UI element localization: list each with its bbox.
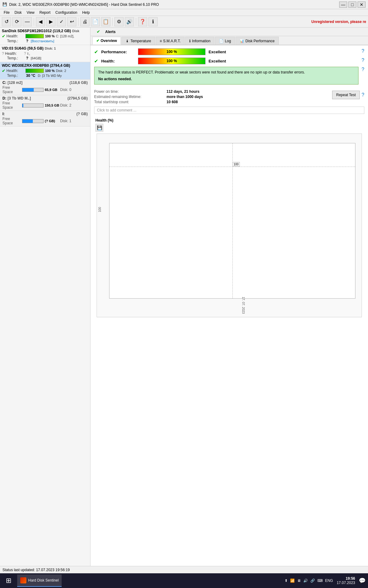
drive-i-disk-num: Disk: 1 [60,119,71,123]
power-info-labels: Power on time: 112 days, 21 hours Estima… [94,89,203,104]
disk-header-sandisk: SanDisk SD6SP1M128G1012 (119,2 GB) Disk [2,29,88,33]
tab-diskperf-label: Disk Performance [245,39,274,43]
disk-item-vid03[interactable]: VID:03 SU64G (59,5 GB) Disk: 1 ? Health:… [0,45,90,62]
close-button[interactable]: ✕ [358,2,366,8]
alerts-check-icon: ✔ [94,28,103,36]
wdc-drive-info: Disk: 2 [56,69,66,73]
performance-help-icon[interactable]: ? [362,48,364,54]
toolbar-refresh-btn[interactable]: ↺ [2,17,11,26]
drive-c-section: C: [128 m2] (118,6 GB) Free Space 65,9 G… [0,80,90,95]
left-panel: SanDisk SD6SP1M128G1012 (119,2 GB) Disk … [0,28,90,566]
menu-disk[interactable]: Disk [12,10,24,15]
vid03-health-value: ? [24,51,26,56]
taskbar-app-icon [20,577,26,583]
repeat-test-button[interactable]: Repeat Test [332,91,360,99]
drive-d-free-label: Free Space [2,101,21,110]
drive-i-free-fill [22,119,33,123]
power-on-time-row: Power on time: 112 days, 21 hours [94,89,203,94]
menu-file[interactable]: File [1,10,12,15]
repeat-help-icon[interactable]: ? [362,92,364,98]
toolbar-check-btn[interactable]: ✓ [57,17,66,26]
taskbar-app-label: Hard Disk Sentinel [28,578,59,582]
menu-report[interactable]: Report [37,10,53,15]
toolbar-back-btn[interactable]: ↩ [67,17,76,26]
comment-box[interactable]: Click to add comment ... [94,107,364,114]
toolbar-info-btn[interactable]: ℹ [148,17,158,26]
systray: ⬆ 📶 🖥 🔊 🔗 ⌨ ENG [285,579,333,583]
tab-temperature[interactable]: 🌡 Temperature [121,37,155,45]
tab-information-label: Information [192,39,210,43]
toolbar-sound-btn[interactable]: 🔊 [125,17,134,26]
tab-overview-icon: ✔ [96,39,99,43]
drive-d-letter: D: [2,96,6,100]
menu-view[interactable]: View [24,10,37,15]
toolbar-minimize-btn[interactable]: — [23,17,32,26]
toolbar-reload-btn[interactable]: ⟳ [12,17,21,26]
tab-smart-icon: ≡ [160,39,162,43]
wdc-check-icon: ✔ [2,68,6,73]
status-help-icon[interactable]: ? [362,67,364,72]
drive-i-section: I: (? GB) Free Space (? GB) Disk: 1 [0,111,90,126]
toolbar-doc-btn[interactable]: 📄 [91,17,100,26]
disk-item-sandisk[interactable]: SanDisk SD6SP1M128G1012 (119,2 GB) Disk … [0,28,90,45]
health-metric: ✔ Health: 100 % Excellent [94,58,358,64]
drive-c-header: C: [128 m2] (118,6 GB) [2,81,88,85]
systray-icon-sound: 🔊 [303,579,308,583]
tab-log[interactable]: 📄 Log [215,37,235,45]
toolbar-next-btn[interactable]: ▶ [46,17,56,26]
tab-overview[interactable]: ✔ Overview [92,37,121,45]
windows-icon: ⊞ [6,577,11,585]
minimize-button[interactable]: — [339,2,347,8]
tab-diskperf[interactable]: 📊 Disk Performance [236,37,278,45]
toolbar-settings-btn[interactable]: ⚙ [114,17,124,26]
tab-smart[interactable]: ≡ S.M.A.R.T. [156,37,185,45]
power-info-row: Power on time: 112 days, 21 hours Estima… [94,89,364,104]
notification-icon[interactable]: 💬 [359,577,366,584]
menu-configuration[interactable]: Configuration [53,10,80,15]
health-help-icon[interactable]: ? [362,58,364,63]
taskbar: ⊞ Hard Disk Sentinel ⬆ 📶 🖥 🔊 🔗 ⌨ ENG 19:… [0,573,368,588]
chart-save-button[interactable]: 💾 [95,124,103,132]
tab-smart-label: S.M.A.R.T. [163,39,181,43]
tabs-bar: ✔ Overview 🌡 Temperature ≡ S.M.A.R.T. ℹ … [90,36,368,45]
vid03-name: VID:03 SU64G (59,5 GB) [2,46,44,51]
wdc-temp-value: 30 °C [26,74,35,78]
drive-d-total: (2794,5 GB) [67,96,88,100]
chart-title-text: Health (%) [94,118,115,123]
wdc-health-bar [25,69,44,73]
performance-row: ✔ Performance: 100 % Excellent ? [94,48,364,55]
sandisk-name: SanDisk SD6SP1M128G1012 (119,2 GB) [2,29,71,33]
start-button[interactable]: ⊞ [2,575,15,587]
wdc-health-percent: 100 % [45,69,55,73]
toolbar-prev-btn[interactable]: ◀ [36,17,45,26]
toolbar-clipboard-btn[interactable]: 📋 [101,17,110,26]
tab-information[interactable]: ℹ Information [185,37,214,45]
sandisk-check-icon: ✔ [2,34,6,39]
vid03-health-label: Health: [5,51,23,56]
sandisk-drive-info: C: [128 m2], [56,34,74,38]
tab-information-icon: ℹ [189,39,191,43]
sandisk-health-bar [25,34,44,38]
main-content: SanDisk SD6SP1M128G1012 (119,2 GB) Disk … [0,28,368,566]
title-controls: — □ ✕ [339,2,366,8]
drive-d-free-fill [22,104,23,107]
menu-help[interactable]: Help [80,10,92,15]
chart-area: 100 100 17. 07. 2023 [97,134,362,317]
title-bar: 💾 Disk: 2, WDC WD30EZRX-00D8PB0 [WD-WMC4… [0,0,368,9]
chart-inner: 100 [109,143,355,299]
status-message-box: The hard disk status is PERFECT. Problem… [94,67,358,85]
taskbar-app-hds[interactable]: Hard Disk Sentinel [17,575,62,587]
wdc-temp-right: D: [3 Tb WD My [38,74,62,77]
comment-placeholder: Click to add comment ... [97,108,136,112]
drive-d-header: D: [3 Tb WD M..] (2794,5 GB) [2,96,88,100]
disk-item-wdc[interactable]: WDC WD30EZRX-00D8PB0 (2794,4 GB) ✔ Healt… [0,62,90,80]
drive-c-disk-num: Disk: 0 [60,88,71,92]
chart-section: Health (%) 💾 100 100 [94,116,364,320]
toolbar-help-btn[interactable]: ❓ [138,17,147,26]
drive-i-free-label: Free Space [2,117,21,125]
health-label: Health: [101,59,135,63]
toolbar-print-btn[interactable]: 🖨 [80,17,90,26]
drive-c-free-fill [22,88,34,92]
maximize-button[interactable]: □ [348,2,356,8]
health-bar-text: 100 % [167,59,177,63]
